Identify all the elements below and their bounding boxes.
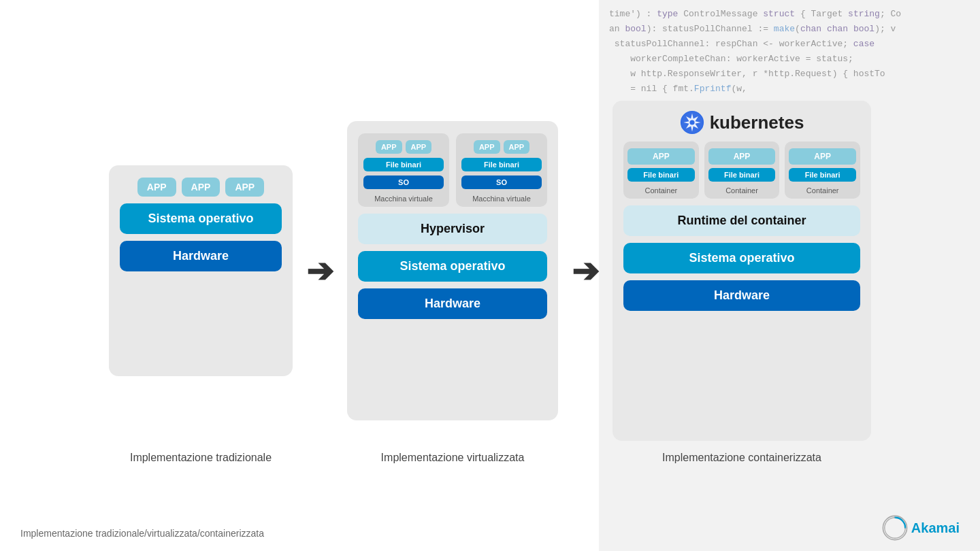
vm-file-1: File binari (363, 158, 444, 171)
diagrams-row: APP APP APP Sistema operativo Hardware ➔… (109, 101, 871, 441)
kubernetes-icon (680, 110, 704, 135)
diagram-containerized: kubernetes APP File binari Container APP… (612, 101, 871, 441)
vm-box-2: APP APP File binari SO Macchina virtuale (456, 133, 547, 207)
akamai-logo: Akamai (881, 514, 960, 541)
cont-file-2: File binari (708, 168, 776, 182)
vm-app-1a: APP (376, 140, 402, 154)
cont-file-3: File binari (789, 168, 856, 182)
vm-app-2a: APP (474, 140, 500, 154)
containerized-os: Sistema operativo (623, 243, 860, 273)
cont-app-1: APP (627, 148, 695, 165)
traditional-hw: Hardware (120, 241, 282, 271)
caption-row: Implementazione tradizionale Implementaz… (109, 452, 871, 464)
app-box-3: APP (225, 178, 264, 197)
cont-app-3: APP (789, 148, 856, 165)
vm-apps-1: APP APP (376, 140, 431, 154)
vm-app-2b: APP (504, 140, 530, 154)
arrow-1: ➔ (293, 252, 347, 290)
traditional-os: Sistema operativo (120, 203, 282, 234)
vm-box-1: APP APP File binari SO Macchina virtuale (358, 133, 449, 207)
app-box-2: APP (182, 178, 220, 197)
cont-caption-3: Container (806, 186, 839, 195)
container-box-3: APP File binari Container (785, 141, 860, 199)
k8s-header: kubernetes (612, 110, 871, 135)
svg-point-3 (883, 516, 906, 539)
vm-file-2: File binari (461, 158, 542, 171)
akamai-icon (881, 514, 909, 541)
vm-apps-2: APP APP (474, 140, 529, 154)
app-row-traditional: APP APP APP (120, 178, 282, 197)
vm-caption-1: Macchina virtuale (374, 195, 433, 203)
virtualized-os: Sistema operativo (358, 251, 547, 282)
container-box-1: APP File binari Container (623, 141, 699, 199)
containerized-hw: Hardware (623, 280, 860, 311)
vm-caption-2: Macchina virtuale (472, 195, 531, 203)
containerized-runtime: Runtime del container (623, 205, 860, 236)
virtualized-hypervisor: Hypervisor (358, 214, 547, 244)
caption-containerized: Implementazione containerizzata (612, 452, 871, 464)
svg-point-2 (689, 120, 694, 124)
caption-virtualized: Implementazione virtualizzata (347, 452, 558, 464)
diagram-traditional: APP APP APP Sistema operativo Hardware (109, 165, 293, 376)
bottom-caption: Implementazione tradizionale/virtualizza… (20, 528, 264, 539)
vm-so-1: SO (363, 176, 444, 189)
app-box-1: APP (137, 178, 176, 197)
vm-app-1b: APP (406, 140, 432, 154)
arrow-2: ➔ (558, 252, 612, 290)
caption-traditional: Implementazione tradizionale (109, 452, 293, 464)
cont-caption-1: Container (644, 186, 677, 195)
vm-group: APP APP File binari SO Macchina virtuale… (358, 133, 547, 207)
cont-caption-2: Container (725, 186, 758, 195)
vm-so-2: SO (461, 176, 542, 189)
virtualized-hw: Hardware (358, 288, 547, 319)
cont-file-1: File binari (627, 168, 695, 182)
k8s-title: kubernetes (710, 112, 804, 133)
main-content: APP APP APP Sistema operativo Hardware ➔… (0, 0, 980, 551)
diagram-virtualized: APP APP File binari SO Macchina virtuale… (347, 121, 558, 420)
container-box-2: APP File binari Container (704, 141, 780, 199)
container-group: APP File binari Container APP File binar… (623, 141, 860, 199)
cont-app-2: APP (708, 148, 776, 165)
akamai-text: Akamai (911, 520, 960, 536)
